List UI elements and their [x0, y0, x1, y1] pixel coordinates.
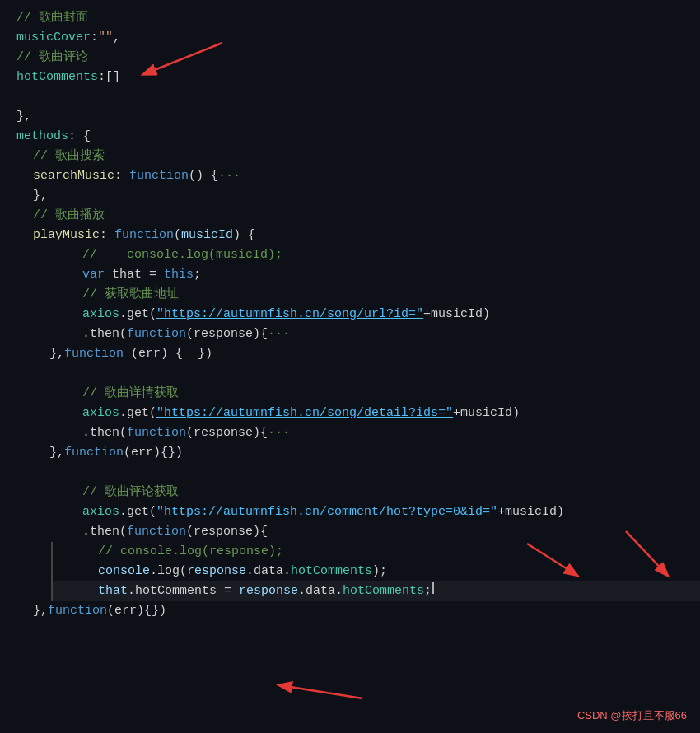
line-5 — [0, 87, 700, 107]
line-14: var that = this; — [0, 265, 700, 285]
code-token: axios — [82, 404, 119, 423]
line-1: // 歌曲封面 — [0, 8, 700, 28]
code-token: "https://autumnfish.cn/song/url?id=" — [156, 305, 423, 324]
code-token: (err){} — [124, 443, 175, 463]
code-token: }, — [49, 443, 64, 463]
line-31: },function(err){}) — [0, 601, 700, 621]
code-token: function — [64, 443, 124, 463]
code-token: (response){ — [186, 522, 268, 542]
code-token: ··· — [268, 324, 290, 344]
code-token: response — [187, 562, 246, 581]
svg-line-4 — [280, 685, 362, 698]
line-15: // 获取歌曲地址 — [0, 285, 700, 305]
code-token: +musicId) — [453, 404, 520, 423]
code-token: : { — [68, 127, 91, 147]
cursor — [432, 582, 434, 594]
line-16: axios.get("https://autumnfish.cn/song/ur… — [0, 305, 700, 324]
code-token: , — [113, 28, 120, 48]
code-token: function — [127, 423, 186, 443]
code-token: hotComments — [343, 581, 424, 601]
code-token: // 歌曲播放 — [33, 206, 105, 226]
code-token: response — [239, 581, 298, 601]
code-token: function — [129, 166, 189, 186]
line-7: methods: { — [0, 127, 700, 147]
code-token: function — [64, 344, 131, 364]
line-2: musicCover:"", — [0, 28, 700, 48]
code-token: axios — [82, 502, 119, 522]
code-token: .data. — [298, 581, 343, 601]
line-3: // 歌曲评论 — [0, 48, 700, 68]
code-token: .get( — [119, 305, 156, 324]
code-token: ··· — [218, 166, 240, 186]
code-token: ) { — [233, 226, 255, 245]
code-token: methods — [16, 127, 68, 147]
line-26: axios.get("https://autumnfish.cn/comment… — [0, 502, 700, 522]
line-22: .then(function(response){··· — [0, 423, 700, 443]
code-token: // console.log(musicId); — [82, 245, 282, 265]
code-token: function — [127, 522, 186, 542]
code-token: "https://autumnfish.cn/song/detail?ids=" — [156, 404, 453, 423]
code-token: .then( — [82, 522, 127, 542]
watermark: CSDN @挨打且不服66 — [577, 707, 687, 725]
code-token: .get( — [119, 502, 156, 522]
code-token: function — [127, 324, 186, 344]
code-token: // 歌曲搜索 — [33, 147, 105, 166]
line-27: .then(function(response){ — [0, 522, 700, 542]
code-token: // 歌曲评论 — [16, 48, 88, 68]
code-token: ( — [174, 226, 181, 245]
code-token: .then( — [82, 324, 127, 344]
code-token: var — [82, 265, 105, 285]
code-token: playMusic — [33, 226, 100, 245]
code-token: musicCover — [16, 28, 91, 48]
code-editor: // 歌曲封面 musicCover:"", // 歌曲评论 hotCommen… — [0, 0, 700, 733]
code-token: ; — [424, 581, 432, 601]
code-token: }, — [49, 344, 64, 364]
line-18: },function (err) { }) — [0, 344, 700, 364]
line-17: .then(function(response){··· — [0, 324, 700, 344]
code-token: .hotComments = — [128, 581, 239, 601]
code-token: ; — [194, 265, 201, 285]
code-token: ) — [159, 601, 166, 621]
line-8: // 歌曲搜索 — [0, 147, 700, 166]
code-token: : — [100, 226, 114, 245]
code-token: axios — [82, 305, 119, 324]
code-token: .log( — [150, 562, 187, 581]
code-token: (response){ — [186, 423, 268, 443]
code-token: +musicId) — [497, 502, 564, 522]
code-token — [156, 265, 164, 285]
code-token: this — [164, 265, 194, 285]
code-token: // 歌曲评论获取 — [82, 483, 179, 502]
line-9: searchMusic: function() {··· — [0, 166, 700, 186]
code-token: ) — [175, 443, 183, 463]
code-token: function — [48, 601, 107, 621]
line-24 — [0, 463, 700, 483]
line-20: // 歌曲详情获取 — [0, 384, 700, 404]
code-token: = — [149, 265, 156, 285]
code-token: musicId — [181, 226, 233, 245]
code-token: // 获取歌曲地址 — [82, 285, 179, 305]
line-23: },function(err){}) — [0, 443, 700, 463]
code-token: // 歌曲封面 — [16, 8, 88, 28]
line-10: }, — [0, 186, 700, 206]
line-19 — [0, 364, 700, 384]
code-token: "" — [98, 28, 113, 48]
line-11: // 歌曲播放 — [0, 206, 700, 226]
code-token: "https://autumnfish.cn/comment/hot?type=… — [156, 502, 497, 522]
code-token: () { — [189, 166, 218, 186]
code-token: hotComments — [291, 562, 372, 581]
line-12: playMusic: function(musicId) { — [0, 226, 700, 245]
code-token: (err) { }) — [131, 344, 212, 364]
code-token: +musicId) — [423, 305, 490, 324]
code-token: :[] — [98, 68, 120, 87]
code-token: }, — [16, 107, 31, 127]
code-token: }, — [33, 601, 48, 621]
line-25: // 歌曲评论获取 — [0, 483, 700, 502]
code-token: ); — [372, 562, 387, 581]
code-token: // console.log(response); — [98, 542, 283, 562]
code-token: : — [114, 166, 129, 186]
code-token: searchMusic — [33, 166, 114, 186]
code-token: that — [105, 265, 149, 285]
line-13: // console.log(musicId); — [0, 245, 700, 265]
code-token: (err){} — [107, 601, 159, 621]
code-token: .then( — [82, 423, 127, 443]
